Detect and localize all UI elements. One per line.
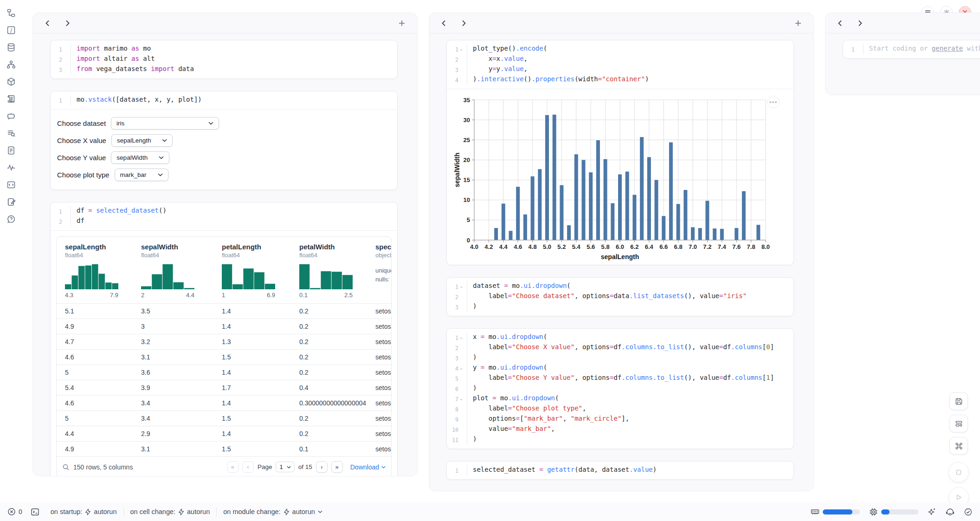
fold-toggle-icon[interactable]: › [458,283,464,292]
logs-icon[interactable] [6,94,16,104]
dropdown-select[interactable]: mark_bar [115,169,168,181]
table-cell: 4.4 [57,430,133,437]
table-cell: 1.3 [213,338,291,345]
code-editor[interactable]: 1›dataset = mo.ui.dropdown(2 label="Choo… [447,278,793,316]
first-page-button[interactable]: « [227,461,239,473]
table-cell: 2.9 [133,430,213,437]
code-editor[interactable]: 1df = selected_dataset()2df [51,202,397,230]
code-line: 9 options=["mark_bar", "mark_circle"], [447,414,793,424]
dropdown-value: mark_bar [120,171,147,178]
code-editor[interactable]: 1selected_dataset = getattr(data, datase… [447,462,793,479]
save-button[interactable] [949,392,968,410]
play-icon [955,494,962,501]
runtime-config-item[interactable]: on module change:autorun [223,508,322,515]
packages-icon[interactable] [6,77,16,86]
dependency-graph-icon[interactable] [6,60,16,69]
svg-text:5.6: 5.6 [587,243,595,250]
code-editor[interactable]: 1›plot_type().encode(2 x=x.value,3 y=y.v… [447,40,793,89]
code-line: 3) [447,353,793,363]
fold-toggle-icon[interactable]: › [458,395,464,404]
assistant-bot-button[interactable] [946,508,954,516]
column-prev-button[interactable] [44,20,52,27]
column-header[interactable]: speciesobjectunique:nulls: [367,237,391,303]
dropdown-row: Choose plot typemark_bar [57,169,391,181]
connection-status-button[interactable] [964,508,973,516]
column-range: 0.12.5 [299,292,353,299]
fold-toggle-icon[interactable]: › [458,46,464,54]
download-button[interactable]: Download [350,463,386,471]
add-cell-button[interactable] [794,19,802,27]
line-number: 2 [449,293,458,302]
table-row[interactable]: 4.63.11.50.2setosa [57,349,391,365]
errors-indicator[interactable]: 0 [7,508,22,516]
page-select[interactable]: 1 [276,462,294,472]
code-line: 1import marimo as mo [51,44,397,54]
column-header[interactable]: petalLengthfloat6416.9 [213,237,291,303]
table-row[interactable]: 4.42.91.40.2setosa [57,426,391,441]
keyboard-shortcuts-button[interactable] [949,437,968,455]
last-page-button[interactable]: » [331,461,343,473]
column-header[interactable]: petalWidthfloat640.12.5 [291,237,367,303]
table-cell: 3.2 [133,338,213,345]
column-header[interactable]: sepalWidthfloat6424.4 [133,237,213,303]
svg-text:7.2: 7.2 [703,243,711,250]
dropdown-select[interactable]: iris [111,117,219,130]
column-next-button[interactable] [64,20,71,27]
floating-actions [948,392,969,508]
table-row[interactable]: 4.73.21.30.2setosa [57,334,391,349]
code-content: import marimo as mo [71,44,397,54]
data-sources-icon[interactable] [6,43,16,52]
layout-button[interactable] [949,415,968,432]
empty-cell-editor[interactable]: 1Start coding or generate with AI [843,40,980,58]
runtime-config-item[interactable]: on cell change:autorun [130,508,210,515]
code-content: x = mo.ui.dropdown( [467,332,793,343]
column-prev-button[interactable] [440,20,448,27]
table-row[interactable]: 5.43.91.70.4setosa [57,380,391,395]
table-row[interactable]: 53.41.50.2setosa [57,410,391,426]
table-cell: 5 [57,369,133,376]
column-next-button[interactable] [856,20,864,27]
column-next-button[interactable] [460,20,467,27]
column-header[interactable]: sepalLengthfloat644.37.9 [57,237,133,303]
next-page-button[interactable]: › [316,461,328,473]
column-prev-button[interactable] [837,20,844,27]
code-editor[interactable]: 1›x = mo.ui.dropdown(2 label="Choose X v… [447,329,793,449]
code-editor[interactable]: 1import marimo as mo2import altair as al… [51,40,397,78]
table-row[interactable]: 5.13.51.40.2setosa [57,303,391,319]
help-icon[interactable] [6,215,16,224]
file-explorer-icon[interactable] [6,8,16,18]
table-row[interactable]: 4.63.41.40.30000000000000004setosa [57,395,391,410]
dropdown-select[interactable]: sepalLength [111,134,173,147]
table-cell: 0.2 [291,307,367,315]
scratchpad-icon[interactable] [6,129,16,138]
svg-text:30: 30 [464,117,470,124]
chart-more-button[interactable]: ••• [767,96,780,108]
stop-button[interactable] [948,462,969,482]
range-min: 0.1 [299,292,308,299]
fold-toggle-icon[interactable]: › [458,334,464,343]
notes-icon[interactable] [6,197,16,207]
terminal-button[interactable] [31,508,39,516]
chart-output: 4.04.24.44.64.85.05.25.45.65.86.06.26.46… [447,89,793,265]
cell-vstack: 1mo.vstack([dataset, x, y, plot]) Choose… [50,91,398,190]
table-row[interactable]: 53.61.40.2setosa [57,365,391,380]
documentation-icon[interactable] [6,146,16,155]
dropdown-select[interactable]: sepalWidth [111,151,169,164]
ai-chat-icon[interactable] [6,111,16,121]
runtime-config-item[interactable]: on startup:autorun [51,508,117,515]
ai-sparkles-button[interactable] [928,508,936,516]
variables-icon[interactable]: f [6,26,16,35]
table-row[interactable]: 4.93.11.50.1setosa [57,441,391,456]
snippets-icon[interactable] [6,180,16,189]
line-number: 4 [449,76,458,85]
code-editor[interactable]: 1mo.vstack([dataset, x, y, plot]) [51,91,397,109]
search-icon[interactable] [62,463,70,471]
add-cell-button[interactable] [398,19,406,27]
prev-page-button[interactable]: ‹ [242,461,254,473]
fold-toggle-icon[interactable]: › [458,365,464,373]
fold-spacer [458,385,464,394]
bar-chart[interactable]: 4.04.24.44.64.85.05.25.45.65.86.06.26.46… [447,92,793,265]
line-gutter: 4 [447,75,464,85]
table-row[interactable]: 4.931.40.2setosa [57,319,391,334]
tracing-icon[interactable] [6,163,16,172]
